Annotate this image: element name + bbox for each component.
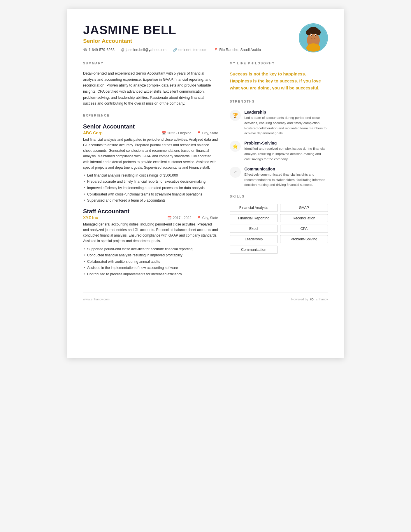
job-desc-1: Led financial analysis and participated … [83,137,218,170]
contact-email: @ jasmine.bell@yahoo.com [121,48,166,52]
job-entry-2: Staff Accountant XYZ Inc 📅 2017 - 2022 📍… [83,208,218,277]
powered-by-text: Powered by [291,297,308,301]
summary-text: Detail-oriented and experienced Senior A… [83,71,218,107]
philosophy-divider [230,67,328,67]
pin-icon-1: 📍 [197,131,201,135]
phone-text: 1-649-579-6263 [89,48,115,52]
leadership-content: Leadership Led a team of accountants dur… [244,110,328,136]
main-content: SUMMARY Detail-oriented and experienced … [83,61,328,278]
philosophy-label: MY LIFE PHILOSOPHY [230,61,328,65]
philosophy-text: Success is not the key to happiness. Hap… [230,71,328,91]
avatar [299,23,328,52]
skill-leadership: Leadership [230,235,277,243]
svg-point-6 [309,27,318,32]
skill-excel: Excel [230,225,277,233]
location-text: Rio Rancho, Saudi Arabia [219,48,261,52]
problemsolving-desc: Identified and resolved complex issues d… [244,146,328,162]
job-bullets-1: Led financial analysis resulting in cost… [83,173,218,203]
enhancv-logo-icon: ∞ [310,296,314,302]
skill-problem-solving: Problem-Solving [280,235,328,243]
bullet-2-1: Supported period-end close activities fo… [83,246,218,252]
problemsolving-name: Problem-Solving [244,141,328,145]
summary-divider [83,67,218,67]
communication-name: Communication [244,167,328,171]
skill-cpa: CPA [280,225,328,233]
header-left: JASMINE BELL Senior Accountant ☎ 1-649-5… [83,23,299,52]
communication-desc: Effectively communicated financial insig… [244,172,328,188]
calendar-icon-2: 📅 [167,216,172,220]
summary-label: SUMMARY [83,61,218,65]
bullet-1-5: Supervised and mentored a team of 5 acco… [83,198,218,203]
header-section: JASMINE BELL Senior Accountant ☎ 1-649-5… [83,23,328,52]
job-bullets-2: Supported period-end close activities fo… [83,246,218,277]
job-title-2: Staff Accountant [83,208,218,215]
contact-phone: ☎ 1-649-579-6263 [83,48,115,52]
footer-website: www.enhancv.com [83,297,110,301]
svg-point-10 [315,35,316,36]
experience-divider [83,119,218,119]
contact-row: ☎ 1-649-579-6263 @ jasmine.bell@yahoo.co… [83,48,299,52]
skills-label: SKILLS [230,195,328,198]
leadership-desc: Led a team of accountants during period-… [244,115,328,136]
job-desc-2: Managed general accounting duties, inclu… [83,222,218,244]
avatar-image [300,24,327,52]
strengths-label: STRENGTHS [230,100,328,103]
left-column: SUMMARY Detail-oriented and experienced … [83,61,218,278]
experience-label: EXPERIENCE [83,114,218,117]
bullet-2-2: Conducted financial analysis resulting i… [83,253,218,258]
email-icon: @ [121,48,124,52]
job-entry-1: Senior Accountant ABC Corp 📅 2022 - Ongo… [83,123,218,203]
contact-website: 🔗 eminent-item.com [173,48,207,52]
link-icon: 🔗 [173,48,177,52]
bullet-1-4: Collaborated with cross-functional teams… [83,192,218,197]
resume-page: JASMINE BELL Senior Accountant ☎ 1-649-5… [67,9,344,358]
leadership-name: Leadership [244,110,328,114]
skill-gaap: GAAP [280,204,328,212]
job-meta-2: 📅 2017 - 2022 📍 City, State [167,216,218,220]
communication-icon-wrap: ↗ [230,167,241,178]
website-text: eminent-item.com [178,48,207,52]
job-period-2: 📅 2017 - 2022 [167,216,192,220]
job-company-2: XYZ Inc [83,215,98,220]
strengths-divider [230,105,328,105]
job-location-1: 📍 City, State [197,131,218,135]
strength-item-leadership: 🏆 Leadership Led a team of accountants d… [230,110,328,136]
skill-financial-reporting: Financial Reporting [230,214,277,222]
bullet-2-4: Assisted in the implementation of new ac… [83,265,218,271]
bullet-1-3: Improved efficiency by implementing auto… [83,185,218,191]
email-text: jasmine.bell@yahoo.com [126,48,166,52]
star-icon: ⭐ [232,144,238,149]
candidate-title: Senior Accountant [83,38,299,44]
bullet-2-5: Contributed to process improvements for … [83,272,218,277]
calendar-icon-1: 📅 [162,131,166,135]
bullet-2-3: Collaborated with auditors during annual… [83,259,218,265]
strength-item-communication: ↗ Communication Effectively communicated… [230,167,328,188]
footer: www.enhancv.com Powered by ∞ Enhancv [83,293,328,302]
pin-icon-2: 📍 [197,216,201,220]
job-meta-1: 📅 2022 - Ongoing 📍 City, State [162,131,218,135]
communication-content: Communication Effectively communicated f… [244,167,328,188]
brand-name: Enhancv [315,297,328,301]
strength-item-problemsolving: ⭐ Problem-Solving Identified and resolve… [230,141,328,162]
arrow-icon: ↗ [233,170,237,175]
job-title-1: Senior Accountant [83,123,218,130]
svg-point-9 [311,35,312,36]
location-icon: 📍 [214,48,218,52]
job-company-1: ABC Corp [83,131,103,135]
skills-grid: Financial Analysis GAAP Financial Report… [230,204,328,254]
phone-icon: ☎ [83,48,87,52]
skill-communication: Communication [230,246,277,254]
trophy-icon: 🏆 [232,113,238,118]
skill-reconciliation: Reconciliation [280,214,328,222]
leadership-icon-wrap: 🏆 [230,110,241,121]
problemsolving-icon-wrap: ⭐ [230,141,241,152]
bullet-1-2: Prepared accurate and timely financial r… [83,179,218,184]
job-location-2: 📍 City, State [197,216,218,220]
candidate-name: JASMINE BELL [83,23,299,37]
right-column: MY LIFE PHILOSOPHY Success is not the ke… [230,61,328,278]
contact-location: 📍 Rio Rancho, Saudi Arabia [214,48,261,52]
skills-divider [230,200,328,200]
problemsolving-content: Problem-Solving Identified and resolved … [244,141,328,162]
job-period-1: 📅 2022 - Ongoing [162,131,192,135]
header-divider [83,58,328,58]
